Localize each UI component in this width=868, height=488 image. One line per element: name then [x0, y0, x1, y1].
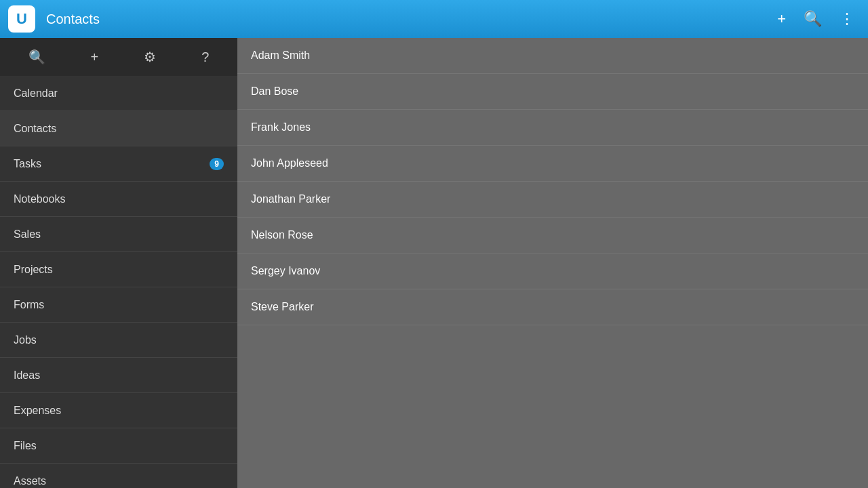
sidebar-filter-icon[interactable]: ⚙ [137, 45, 163, 69]
sidebar-item-label: Forms [14, 299, 44, 311]
contact-item[interactable]: Sergey Ivanov [237, 253, 868, 289]
contact-name: Frank Jones [251, 121, 311, 134]
sidebar-item-jobs[interactable]: Jobs [0, 323, 237, 358]
sidebar-item-sales[interactable]: Sales [0, 217, 237, 252]
contact-name: Jonathan Parker [251, 193, 330, 205]
sidebar-item-tasks[interactable]: Tasks9 [0, 146, 237, 182]
more-menu-button[interactable]: ⋮ [834, 7, 860, 30]
nav-list: CalendarContactsTasks9NotebooksSalesProj… [0, 76, 237, 488]
sidebar-help-icon[interactable]: ? [195, 45, 216, 69]
sidebar-item-calendar[interactable]: Calendar [0, 76, 237, 111]
sidebar-toolbar: 🔍 + ⚙ ? [0, 38, 237, 76]
sidebar-item-label: Files [14, 440, 37, 452]
logo-text: U [16, 10, 27, 28]
sidebar-item-expenses[interactable]: Expenses [0, 393, 237, 428]
sidebar-item-label: Contacts [14, 123, 56, 135]
contact-name: Nelson Rose [251, 229, 313, 241]
app-logo[interactable]: U [8, 5, 35, 33]
contacts-panel: Adam SmithDan BoseFrank JonesJohn Apples… [237, 38, 868, 488]
sidebar-add-icon[interactable]: + [84, 45, 106, 69]
nav-badge: 9 [210, 158, 224, 170]
sidebar: 🔍 + ⚙ ? CalendarContactsTasks9NotebooksS… [0, 38, 237, 488]
contact-item[interactable]: Nelson Rose [237, 218, 868, 253]
sidebar-item-projects[interactable]: Projects [0, 252, 237, 287]
main-content: 🔍 + ⚙ ? CalendarContactsTasks9NotebooksS… [0, 38, 868, 488]
contact-item[interactable]: Jonathan Parker [237, 182, 868, 218]
topbar-title: Contacts [46, 12, 765, 27]
contact-item[interactable]: John Appleseed [237, 146, 868, 182]
contact-name: John Appleseed [251, 157, 328, 169]
sidebar-item-label: Assets [14, 475, 46, 487]
sidebar-item-notebooks[interactable]: Notebooks [0, 182, 237, 217]
sidebar-item-label: Jobs [14, 334, 37, 346]
contact-name: Adam Smith [251, 49, 310, 62]
contact-item[interactable]: Dan Bose [237, 74, 868, 110]
contact-item[interactable]: Adam Smith [237, 38, 868, 74]
sidebar-item-label: Sales [14, 228, 41, 241]
sidebar-item-label: Expenses [14, 405, 61, 417]
contact-item[interactable]: Steve Parker [237, 289, 868, 325]
topbar: U Contacts + 🔍 ⋮ [0, 0, 868, 38]
sidebar-item-label: Projects [14, 264, 53, 276]
sidebar-item-ideas[interactable]: Ideas [0, 358, 237, 393]
contact-name: Dan Bose [251, 85, 298, 98]
add-button[interactable]: + [772, 7, 791, 30]
sidebar-item-label: Ideas [14, 369, 40, 382]
contact-name: Sergey Ivanov [251, 265, 320, 277]
sidebar-item-label: Tasks [14, 158, 41, 170]
sidebar-item-label: Calendar [14, 87, 58, 100]
sidebar-item-contacts[interactable]: Contacts [0, 111, 237, 146]
sidebar-search-icon[interactable]: 🔍 [22, 45, 52, 69]
sidebar-item-files[interactable]: Files [0, 428, 237, 464]
sidebar-item-label: Notebooks [14, 193, 66, 205]
sidebar-item-assets[interactable]: Assets [0, 464, 237, 488]
search-button[interactable]: 🔍 [798, 7, 827, 30]
contact-item[interactable]: Frank Jones [237, 110, 868, 146]
sidebar-item-forms[interactable]: Forms [0, 287, 237, 323]
contact-name: Steve Parker [251, 301, 313, 313]
